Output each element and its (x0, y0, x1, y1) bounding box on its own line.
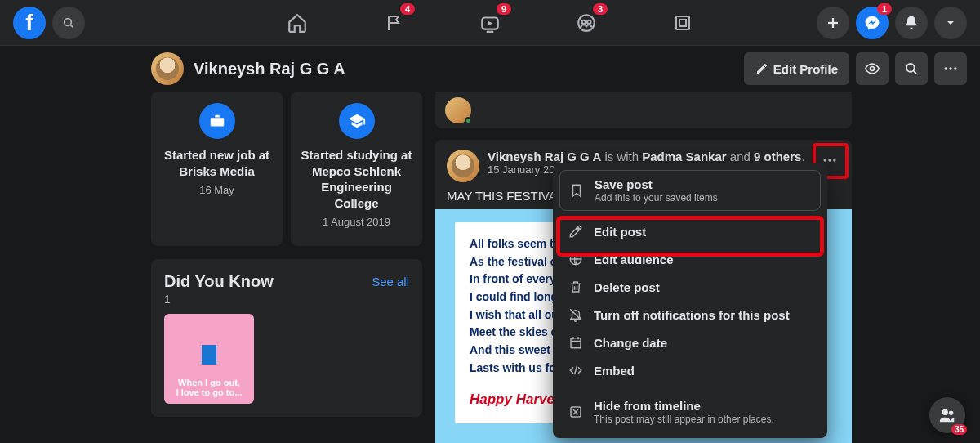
notifications-button[interactable] (895, 7, 928, 39)
dyk-heading: Did You Know (164, 272, 274, 291)
dyk-tile-text: When I go out, (178, 378, 240, 387)
life-events-row: Started new job at Brisks Media 16 May S… (151, 92, 422, 246)
pencil-icon (568, 224, 583, 239)
watch-badge: 9 (497, 3, 511, 15)
nav-watch[interactable]: 9 (470, 3, 510, 43)
post-and: and (730, 150, 751, 163)
post-author-avatar[interactable] (447, 150, 479, 182)
life-event-title: Started new job at Brisks Media (159, 147, 274, 179)
dyk-tile-text: I love to go to... (176, 387, 243, 397)
dots-icon (942, 60, 959, 77)
messenger-badge: 1 (877, 3, 892, 15)
profile-avatar[interactable] (151, 52, 184, 85)
svg-point-12 (871, 67, 875, 71)
character-icon (202, 345, 216, 365)
nav-groups[interactable]: 3 (567, 3, 606, 43)
see-all-link[interactable]: See all (372, 275, 409, 289)
code-icon (568, 363, 583, 378)
pages-badge: 4 (400, 3, 415, 15)
online-indicator (465, 117, 472, 124)
messenger-icon (864, 15, 880, 31)
watch-icon (479, 12, 501, 34)
post-options-menu: Save post Add this to your saved items E… (553, 163, 827, 438)
svg-point-7 (587, 20, 590, 23)
life-event-card[interactable]: Started studying at Mepco Schlenk Engine… (291, 92, 422, 246)
globe-icon (568, 252, 583, 266)
profile-bar-actions: Edit Profile (744, 52, 967, 85)
menu-change-date[interactable]: Change date (559, 329, 821, 356)
life-event-card[interactable]: Started new job at Brisks Media 16 May (151, 92, 283, 246)
menu-change-date-label: Change date (594, 336, 667, 350)
profile-more-button[interactable] (934, 52, 967, 85)
post-tagged-person[interactable]: Padma Sankar (642, 150, 726, 163)
svg-point-15 (945, 67, 947, 69)
dyk-tile[interactable]: When I go out, I love to go to... (164, 314, 254, 404)
messenger-button[interactable]: 1 (856, 7, 889, 39)
nav-home[interactable] (278, 3, 317, 43)
life-event-title: Started studying at Mepco Schlenk Engine… (299, 147, 414, 211)
svg-point-31 (949, 411, 954, 416)
profile-name: Vikneysh Raj G G A (194, 60, 345, 78)
friends-icon (938, 406, 956, 424)
menu-edit-audience[interactable]: Edit audience (559, 245, 821, 273)
post-others-link[interactable]: 9 others (754, 150, 801, 163)
menu-delete-label: Delete post (594, 280, 660, 294)
menu-audience-label: Edit audience (594, 253, 674, 266)
left-column: Started new job at Brisks Media 16 May S… (151, 92, 422, 443)
menu-delete-post[interactable]: Delete post (559, 273, 821, 301)
comment-composer-partial (435, 92, 852, 128)
top-nav: f 4 9 3 1 (0, 0, 980, 46)
account-button[interactable] (934, 7, 967, 39)
post-author-name[interactable]: Vikneysh Raj G G A (488, 150, 601, 163)
friends-floating-button[interactable]: 35 (929, 397, 965, 433)
menu-save-post[interactable]: Save post Add this to your saved items (559, 170, 821, 211)
view-as-button[interactable] (856, 52, 889, 85)
menu-hide-from-timeline[interactable]: Hide from timeline This post may still a… (559, 392, 821, 432)
svg-point-17 (954, 67, 956, 69)
svg-point-30 (942, 409, 948, 415)
groups-icon (576, 12, 597, 34)
top-nav-center: 4 9 3 (278, 3, 702, 43)
menu-hide-label: Hide from timeline (594, 399, 701, 413)
friends-count-badge: 35 (951, 424, 967, 435)
edit-profile-label: Edit Profile (773, 62, 838, 76)
menu-edit-label: Edit post (594, 225, 646, 239)
search-icon (904, 61, 919, 76)
plus-icon (826, 16, 840, 30)
svg-rect-8 (676, 16, 689, 29)
nav-gaming[interactable] (663, 3, 702, 43)
profile-bar: Vikneysh Raj G G A Edit Profile (0, 46, 980, 92)
bell-icon (903, 15, 920, 31)
create-button[interactable] (817, 7, 849, 39)
svg-point-5 (578, 15, 595, 31)
dyk-count: 1 (164, 293, 409, 306)
groups-badge: 3 (593, 3, 608, 15)
life-event-date: 1 August 2019 (323, 216, 390, 228)
nav-pages[interactable]: 4 (374, 3, 413, 43)
svg-rect-23 (571, 338, 581, 348)
menu-turn-off-notifications[interactable]: Turn off notifications for this post (559, 301, 821, 329)
top-nav-left: f (13, 7, 85, 39)
graduation-icon (339, 103, 375, 139)
caret-down-icon (944, 16, 957, 29)
life-event-date: 16 May (199, 184, 234, 196)
menu-notifications-label: Turn off notifications for this post (594, 308, 790, 322)
edit-profile-button[interactable]: Edit Profile (744, 52, 849, 85)
calendar-icon (568, 335, 583, 350)
post-author-line: Vikneysh Raj G G A is with Padma Sankar … (488, 150, 805, 163)
svg-point-13 (906, 64, 915, 72)
facebook-logo[interactable]: f (13, 7, 46, 39)
x-box-icon (568, 405, 583, 419)
search-icon (62, 16, 75, 29)
briefcase-icon (199, 103, 235, 139)
flag-icon (384, 13, 403, 33)
svg-line-1 (70, 25, 73, 27)
search-button[interactable] (52, 7, 85, 39)
menu-embed[interactable]: Embed (559, 356, 821, 384)
profile-search-button[interactable] (895, 52, 928, 85)
menu-hide-sub: This post may still appear in other plac… (594, 414, 774, 425)
eye-icon (864, 60, 880, 77)
svg-point-16 (949, 67, 951, 69)
svg-point-6 (582, 20, 586, 23)
menu-edit-post[interactable]: Edit post (559, 217, 821, 245)
